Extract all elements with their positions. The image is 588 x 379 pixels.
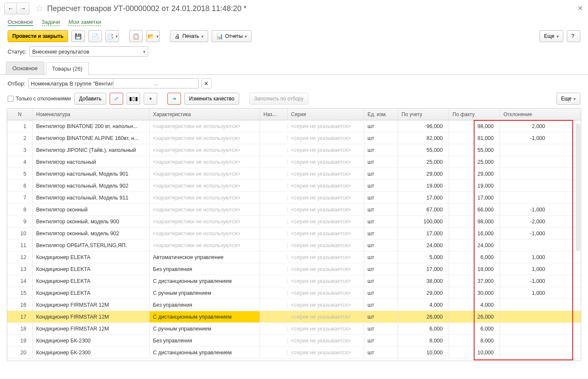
filter-value: Номенклатура В группе "Вентиляторы, пыле… (28, 80, 113, 87)
table-row[interactable]: 19Кондиционер БК-2300Без управления<сери… (7, 335, 581, 347)
table-row[interactable]: 18Кондиционер FIRMSTAR 12MС ручным управ… (7, 323, 581, 335)
inner-tab-goods[interactable]: Товары (26) (46, 62, 89, 75)
change-quality-button[interactable]: Изменить качество (184, 93, 239, 105)
favorite-icon[interactable]: ☆ (35, 3, 44, 14)
table-row[interactable]: 16Кондиционер FIRMSTAR 12MБез управления… (7, 299, 581, 311)
top-tab-tasks[interactable]: Задачи (42, 19, 60, 26)
filter-clear-button[interactable]: ✕ (201, 78, 212, 88)
post-button[interactable]: 📄 (88, 30, 102, 42)
print-button[interactable]: 🖨Печать▾ (170, 30, 208, 42)
table-body: 1Вентилятор BINATONE 200 вт, напольн...<… (7, 120, 581, 361)
col-name[interactable]: Номенклатура (33, 108, 150, 120)
fill-by-filter-button[interactable]: Заполнить по отбору (249, 93, 308, 105)
col-acc[interactable]: По учету (398, 108, 449, 120)
report-icon: 📊 (216, 33, 223, 40)
table-row[interactable]: 6Вентилятор настольный, Модель 902<харак… (7, 180, 581, 192)
table-more-button[interactable]: Еще ▾ (557, 93, 580, 105)
top-tab-notes[interactable]: Мои заметки (68, 19, 101, 26)
nav-forward-button[interactable]: → (17, 3, 29, 14)
col-series[interactable]: Серия (288, 108, 364, 120)
chevron-down-icon: ▾ (143, 49, 145, 54)
table-row[interactable]: 15Кондиционер ELEKTAС ручным управлением… (7, 287, 581, 299)
col-alt[interactable]: Наз... (260, 108, 288, 120)
table-row[interactable]: 5Вентилятор настольный, Модель 901<харак… (7, 168, 581, 180)
barcode-icon: ▮▯▮ (129, 96, 138, 102)
add-button[interactable]: Добавить (74, 93, 106, 105)
table-row[interactable]: 17Кондиционер FIRMSTAR 12MС дистанционны… (7, 311, 581, 323)
inner-tab-main[interactable]: Основное (6, 62, 44, 74)
based-icon: 📂 (147, 33, 154, 40)
printer-icon: 🖨 (175, 33, 180, 40)
merge-icon: ⤢ (114, 96, 119, 102)
close-icon[interactable]: ✕ (577, 4, 583, 12)
post-icon: 📄 (92, 33, 99, 40)
diskette-icon: 💾 (75, 33, 82, 40)
status-select[interactable]: Внесение результатов ▾ (29, 46, 148, 57)
barcode-button[interactable]: ▮▯▮ (127, 93, 140, 105)
table-row[interactable]: 10Вентилятор оконный, модель 902<характе… (7, 228, 581, 239)
move-button[interactable]: ➜ (167, 93, 181, 105)
col-char[interactable]: Характеристика (150, 108, 260, 120)
table-row[interactable]: 7Вентилятор настольный, Модель 911<харак… (7, 192, 581, 204)
table-row[interactable]: 9Вентилятор оконный, модель 900<характер… (7, 216, 581, 228)
list-icon: 📋 (133, 33, 139, 40)
table-row[interactable]: 3Вентилятор JIPONIC (Тайв.), напольный<х… (7, 144, 581, 156)
col-unit[interactable]: Ед. изм. (364, 108, 398, 120)
reports-button[interactable]: 📊Отчеты▾ (212, 30, 252, 42)
stamp-button[interactable]: ⌖ (144, 93, 157, 105)
filter-label: Отбор: (8, 80, 25, 87)
table-row[interactable]: 12Кондиционер ELEKTAАвтоматическое управ… (7, 251, 581, 263)
more-button[interactable]: Еще ▾ (540, 30, 563, 42)
top-tab-main[interactable]: Основное (8, 19, 33, 26)
table-header: N Номенклатура Характеристика Наз... Сер… (7, 108, 581, 120)
nav-back-button[interactable]: ← (4, 3, 17, 14)
only-deviations-checkbox[interactable]: Только с отклонениями (8, 96, 71, 102)
list-button[interactable]: 📋 (129, 30, 143, 42)
post-and-close-button[interactable]: Провести и закрыть (8, 30, 68, 42)
filter-field[interactable]: Номенклатура В группе "Вентиляторы, пыле… (28, 78, 199, 88)
col-n[interactable]: N (7, 108, 33, 120)
table-row[interactable]: 11Вентилятор ОРБИТА,STERLING,ЯП.<характе… (7, 239, 581, 251)
move-icon: ➜ (172, 96, 176, 102)
table-row[interactable]: 20Кондиционер БК-2300С дистанционным упр… (7, 347, 581, 359)
status-value: Внесение результатов (32, 48, 89, 55)
help-button[interactable]: ? (567, 30, 580, 42)
table-row[interactable]: 4Вентилятор настольный<характеристики не… (7, 156, 581, 168)
stamp-icon: ⌖ (149, 96, 152, 102)
filter-ellipsis-button[interactable]: … (113, 78, 198, 88)
table-row[interactable]: 14Кондиционер ELEKTAС дистанционным упра… (7, 275, 581, 287)
page-title: Пересчет товаров УТ-00000002 от 24.01.20… (47, 4, 246, 13)
save-button[interactable]: 💾 (71, 30, 85, 42)
col-fact[interactable]: По факту (449, 108, 500, 120)
status-label: Статус: (8, 48, 27, 55)
table-row[interactable]: 1Вентилятор BINATONE 200 вт, напольн...<… (7, 120, 581, 132)
table-row[interactable]: 2Вентилятор BINATONE ALPINE 160вт, н...<… (7, 132, 581, 144)
col-dev[interactable]: Отклонение (500, 108, 551, 120)
copy-button[interactable]: 📑▾ (105, 30, 119, 42)
basedon-button[interactable]: 📂▾ (146, 30, 160, 42)
copy-icon: 📑 (107, 33, 113, 40)
table-row[interactable]: 8Вентилятор оконный<характеристики не ис… (7, 204, 581, 216)
table-row[interactable]: 13Кондиционер ELEKTAБез управления<серия… (7, 263, 581, 275)
merge-button[interactable]: ⤢ (110, 93, 123, 105)
scrollbar[interactable] (576, 123, 580, 251)
